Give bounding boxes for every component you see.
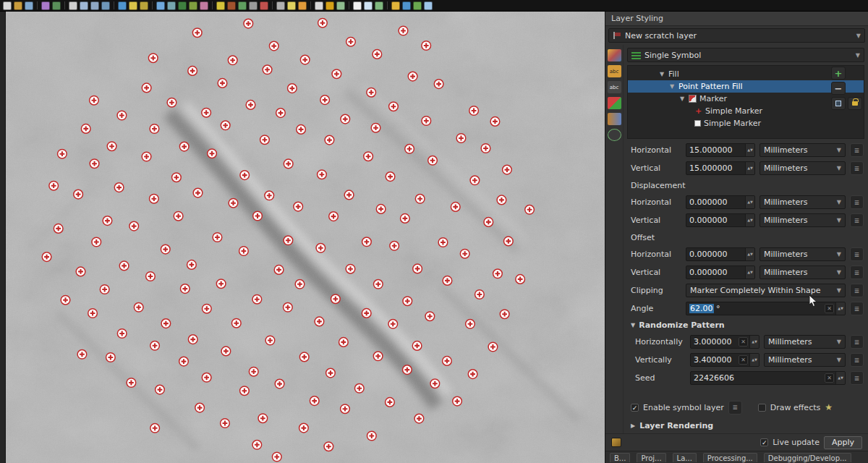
zoom-out-icon[interactable]: [90, 1, 99, 10]
data-defined-override-button[interactable]: ≣: [850, 213, 864, 227]
randomize-pattern-header[interactable]: ▼ Randomize Pattern: [625, 318, 865, 333]
spacing-vertical-unit-combo[interactable]: Millimeters ▼: [760, 161, 846, 175]
save-edits-icon[interactable]: [227, 1, 236, 10]
pan-map-icon[interactable]: [69, 1, 77, 10]
add-feature-icon[interactable]: [238, 1, 247, 10]
identify-features-icon[interactable]: [118, 1, 127, 10]
toggle-editing-icon[interactable]: [216, 1, 225, 10]
spinner-arrows-icon[interactable]: ▲▼: [749, 354, 759, 366]
spinner-arrows-icon[interactable]: ▲▼: [745, 266, 754, 279]
data-defined-override-button[interactable]: ≣: [850, 302, 864, 315]
style-manager-icon[interactable]: [41, 1, 50, 10]
add-raster-layer-icon[interactable]: [189, 1, 197, 10]
spinner-arrows-icon[interactable]: ▲▼: [835, 372, 845, 384]
data-defined-override-button[interactable]: ≣: [850, 247, 864, 261]
project-open-icon[interactable]: [14, 1, 22, 10]
draw-effects-checkbox[interactable]: [758, 404, 766, 412]
map-tips-icon[interactable]: [287, 1, 296, 10]
spinner-arrows-icon[interactable]: ▲▼: [745, 196, 754, 208]
tree-item-point-pattern-fill[interactable]: ▼ Point Pattern Fill: [628, 80, 864, 93]
data-defined-override-button[interactable]: ≣: [850, 266, 864, 279]
delete-selected-icon[interactable]: [260, 1, 268, 10]
data-defined-override-button[interactable]: ≣: [850, 195, 864, 209]
add-delimited-text-icon[interactable]: [200, 1, 208, 10]
map-canvas[interactable]: [6, 12, 605, 463]
collapse-arrow-icon[interactable]: ▼: [658, 71, 665, 77]
randomize-vertical-spinbox[interactable]: 3.400000 ✕ ▲▼: [690, 353, 760, 367]
layer-rendering-header[interactable]: ▶ Layer Rendering: [625, 417, 865, 433]
expression-icon[interactable]: ✕: [739, 355, 748, 365]
tab-transparency[interactable]: [608, 113, 621, 125]
spinner-arrows-icon[interactable]: ▲▼: [745, 248, 754, 260]
tab-masks[interactable]: abc: [608, 81, 621, 93]
python-console-icon[interactable]: [402, 1, 411, 10]
tab-symbology[interactable]: [608, 49, 621, 61]
symbol-type-selector[interactable]: Single Symbol ▼: [627, 48, 864, 62]
zoom-in-icon[interactable]: [80, 1, 88, 10]
project-save-icon[interactable]: [25, 1, 33, 10]
help-contents-icon[interactable]: [424, 1, 433, 10]
tree-item-simple-marker-1[interactable]: + Simple Marker: [628, 105, 864, 117]
layer-selector[interactable]: New scratch layer ▼: [608, 28, 865, 43]
tab-labels[interactable]: abc: [608, 65, 621, 77]
data-defined-override-button[interactable]: ≣: [850, 353, 864, 367]
apply-button[interactable]: Apply: [824, 436, 862, 449]
offset-vertical-unit-combo[interactable]: Millimeters ▼: [760, 266, 846, 279]
spinner-arrows-icon[interactable]: ▲▼: [745, 162, 754, 174]
spacing-horizontal-spinbox[interactable]: 15.000000 ▲▼: [686, 143, 755, 157]
move-feature-icon[interactable]: [249, 1, 258, 10]
data-defined-override-button[interactable]: ≣: [850, 335, 864, 349]
spinner-arrows-icon[interactable]: ▲▼: [835, 302, 845, 315]
offset-horizontal-unit-combo[interactable]: Millimeters ▼: [760, 247, 846, 261]
displacement-vertical-unit-combo[interactable]: Millimeters ▼: [760, 213, 846, 227]
effects-star-icon[interactable]: ★: [825, 402, 833, 412]
tree-item-fill[interactable]: ▼ Fill: [628, 68, 864, 80]
plugin-manager-icon[interactable]: [413, 1, 422, 10]
spacing-vertical-spinbox[interactable]: 15.000000 ▲▼: [686, 161, 755, 175]
tab-browser[interactable]: B...: [610, 453, 630, 462]
tree-item-simple-marker-2[interactable]: Simple Marker: [628, 117, 864, 129]
add-vector-layer-icon[interactable]: [178, 1, 187, 10]
offset-vertical-spinbox[interactable]: 0.000000 ▲▼: [686, 266, 755, 279]
text-annotation-icon[interactable]: [315, 1, 323, 10]
data-defined-override-button[interactable]: ≣: [850, 284, 864, 297]
new-raster-layer-icon[interactable]: [167, 1, 176, 10]
randomize-vertical-unit-combo[interactable]: Millimeters ▼: [764, 353, 846, 367]
attributes-table-icon[interactable]: [375, 1, 383, 10]
new-vector-layer-icon[interactable]: [156, 1, 165, 10]
new-bookmark-icon[interactable]: [298, 1, 307, 10]
spinner-arrows-icon[interactable]: ▲▼: [749, 336, 759, 348]
displacement-vertical-spinbox[interactable]: 0.000000 ▲▼: [686, 213, 755, 227]
layout-manager-icon[interactable]: [336, 1, 345, 10]
angle-spinbox[interactable]: 62.00 ° ✕ ▲▼: [686, 302, 846, 315]
displacement-horizontal-unit-combo[interactable]: Millimeters ▼: [760, 195, 846, 209]
data-defined-override-button[interactable]: ≣: [728, 401, 742, 415]
lock-colors-button[interactable]: [848, 97, 862, 110]
duplicate-symbol-layer-button[interactable]: [831, 97, 846, 110]
randomize-horizontal-unit-combo[interactable]: Millimeters ▼: [764, 335, 846, 349]
data-source-manager-icon[interactable]: [52, 1, 61, 10]
form-annotation-icon[interactable]: [326, 1, 334, 10]
data-defined-override-button[interactable]: ≣: [850, 161, 864, 175]
collapse-arrow-icon[interactable]: ▼: [668, 83, 676, 90]
tab-processing[interactable]: Processing...: [703, 453, 757, 462]
measure-line-icon[interactable]: [276, 1, 285, 10]
font-marker-icon[interactable]: [364, 1, 373, 10]
style-options-icon[interactable]: [611, 438, 621, 447]
randomize-horizontal-spinbox[interactable]: 3.000000 ✕ ▲▼: [690, 335, 760, 349]
add-symbol-layer-button[interactable]: +: [831, 67, 846, 80]
data-defined-override-button[interactable]: ≣: [850, 371, 864, 385]
tab-3d-view[interactable]: [608, 97, 621, 109]
expression-icon[interactable]: ✕: [739, 337, 748, 347]
cursor-pointer-icon[interactable]: [353, 1, 362, 10]
expression-icon[interactable]: ✕: [825, 304, 834, 313]
tab-debugging[interactable]: Debugging/Develop...: [764, 453, 851, 462]
clipping-combo[interactable]: Marker Completely Within Shape ▼: [686, 284, 846, 297]
offset-horizontal-spinbox[interactable]: 0.000000 ▲▼: [686, 247, 755, 261]
tab-project[interactable]: Proj...: [637, 453, 665, 462]
enable-symbol-layer-checkbox[interactable]: ✓: [631, 404, 639, 412]
data-defined-override-button[interactable]: ≣: [850, 143, 864, 157]
spinner-arrows-icon[interactable]: ▲▼: [745, 214, 754, 226]
processing-toolbox-icon[interactable]: [391, 1, 400, 10]
spacing-horizontal-unit-combo[interactable]: Millimeters ▼: [760, 143, 846, 157]
